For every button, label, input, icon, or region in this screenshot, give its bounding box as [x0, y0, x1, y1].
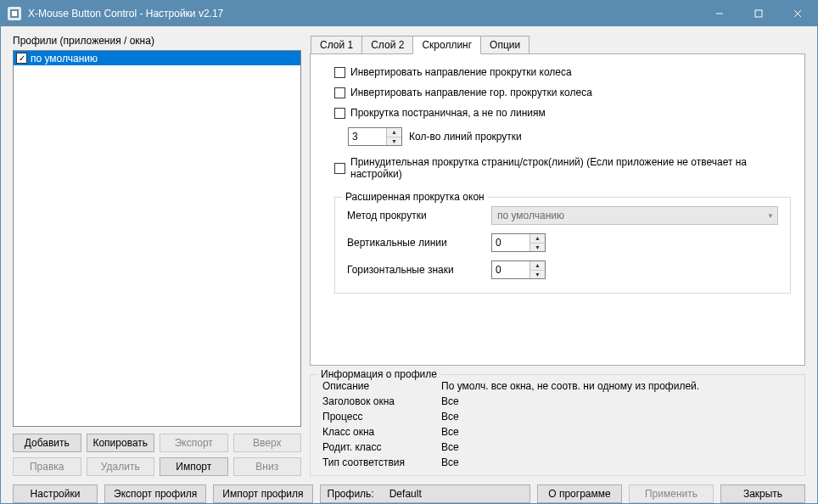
profile-checkbox[interactable]: ✓ [16, 53, 27, 64]
desc-label: Описание [322, 380, 441, 392]
force-scroll-checkbox[interactable] [334, 163, 345, 174]
page-scroll-checkbox[interactable] [334, 108, 345, 119]
vlines-down-icon[interactable]: ▼ [530, 244, 545, 252]
advanced-scroll-fieldset: Расширенная прокрутка окон Метод прокрут… [334, 197, 791, 294]
apply-button: Применить [629, 484, 714, 503]
proc-value: Все [441, 411, 459, 423]
page-scroll-label: Прокрутка постраничная, а не по линиям [350, 107, 546, 119]
profile-info-legend: Информация о профиле [317, 368, 440, 380]
export-profile-button[interactable]: Экспорт профиля [104, 484, 206, 503]
profile-value: Default [389, 488, 422, 500]
bottom-bar: Настройки Экспорт профиля Импорт профиля… [13, 481, 805, 503]
profile-label: Профиль: [328, 488, 374, 500]
maximize-button[interactable] [739, 1, 778, 26]
hchars-label: Горизонтальные знаки [347, 264, 491, 276]
close-dialog-button[interactable]: Закрыть [720, 484, 805, 503]
invert-hwheel-label: Инвертировать направление гор. прокрутки… [350, 87, 592, 98]
method-label: Метод прокрутки [347, 210, 491, 221]
edit-button: Правка [13, 457, 81, 476]
up-button: Вверх [233, 434, 302, 452]
match-label: Тип соответствия [322, 456, 441, 468]
advanced-scroll-legend: Расширенная прокрутка окон [342, 191, 488, 203]
add-button[interactable]: Добавить [13, 434, 81, 452]
tab-options[interactable]: Опции [480, 36, 529, 54]
wclass-value: Все [441, 426, 459, 438]
proc-label: Процесс [322, 411, 441, 423]
force-scroll-label: Принудительная прокрутка страниц/строк(л… [350, 156, 791, 180]
tabs: Слой 1 Слой 2 Скроллинг Опции [311, 35, 805, 53]
lines-spinner[interactable]: ▲ ▼ [348, 127, 402, 146]
lines-up-icon[interactable]: ▲ [387, 128, 401, 137]
invert-wheel-label: Инвертировать направление прокрутки коле… [350, 66, 572, 78]
profile-info-section: Информация о профиле ОписаниеПо умолч. в… [310, 374, 805, 476]
profiles-list[interactable]: ✓ по умолчанию [13, 50, 301, 427]
tab-scrolling[interactable]: Скроллинг [412, 36, 481, 54]
chevron-down-icon: ▼ [767, 212, 774, 220]
pclass-label: Родит. класс [322, 441, 441, 453]
vlines-input[interactable] [492, 234, 529, 251]
import-button[interactable]: Импорт [160, 457, 228, 476]
desc-value: По умолч. все окна, не соотв. ни одному … [441, 380, 699, 392]
window-title: X-Mouse Button Control - Настройки v2.17 [28, 8, 700, 20]
export-button: Экспорт [160, 434, 228, 452]
tab-layer2[interactable]: Слой 2 [361, 36, 413, 54]
app-window: X-Mouse Button Control - Настройки v2.17… [0, 0, 818, 504]
vlines-spinner[interactable]: ▲ ▼ [491, 233, 546, 252]
svg-rect-1 [12, 11, 17, 16]
vlines-up-icon[interactable]: ▲ [530, 234, 545, 244]
lines-label: Кол-во линий прокрутки [409, 131, 522, 143]
hchars-input[interactable] [492, 261, 529, 278]
about-button[interactable]: О программе [537, 484, 622, 503]
hchars-spinner[interactable]: ▲ ▼ [491, 260, 546, 279]
invert-wheel-checkbox[interactable] [334, 67, 345, 78]
pclass-value: Все [441, 441, 459, 453]
app-icon [8, 7, 21, 20]
import-profile-button[interactable]: Импорт профиля [213, 484, 312, 503]
minimize-button[interactable] [700, 1, 739, 26]
down-button: Вниз [233, 457, 302, 476]
tab-layer1[interactable]: Слой 1 [311, 36, 362, 54]
hchars-up-icon[interactable]: ▲ [530, 261, 545, 271]
method-select: по умолчанию ▼ [491, 206, 778, 225]
titlebar[interactable]: X-Mouse Button Control - Настройки v2.17 [1, 1, 817, 26]
close-button[interactable] [778, 1, 817, 26]
tab-body-scrolling: Инвертировать направление прокрутки коле… [310, 53, 805, 366]
profile-item-default[interactable]: ✓ по умолчанию [14, 51, 300, 65]
match-value: Все [441, 456, 459, 468]
method-value: по умолчанию [497, 210, 564, 221]
vlines-label: Вертикальные линии [347, 237, 491, 249]
wclass-label: Класс окна [322, 426, 441, 438]
lines-input[interactable] [349, 128, 386, 145]
copy-button[interactable]: Копировать [87, 434, 155, 452]
profiles-label: Профили (приложения / окна) [13, 35, 301, 47]
wtitle-label: Заголовок окна [322, 395, 441, 407]
hchars-down-icon[interactable]: ▼ [530, 271, 545, 279]
profile-name: по умолчанию [31, 53, 98, 64]
delete-button: Удалить [87, 457, 155, 476]
invert-hwheel-checkbox[interactable] [334, 87, 345, 98]
lines-down-icon[interactable]: ▼ [387, 137, 401, 146]
profile-display: Профиль: Default [320, 484, 530, 503]
wtitle-value: Все [441, 395, 459, 407]
settings-button[interactable]: Настройки [13, 484, 98, 503]
svg-rect-3 [755, 10, 762, 17]
